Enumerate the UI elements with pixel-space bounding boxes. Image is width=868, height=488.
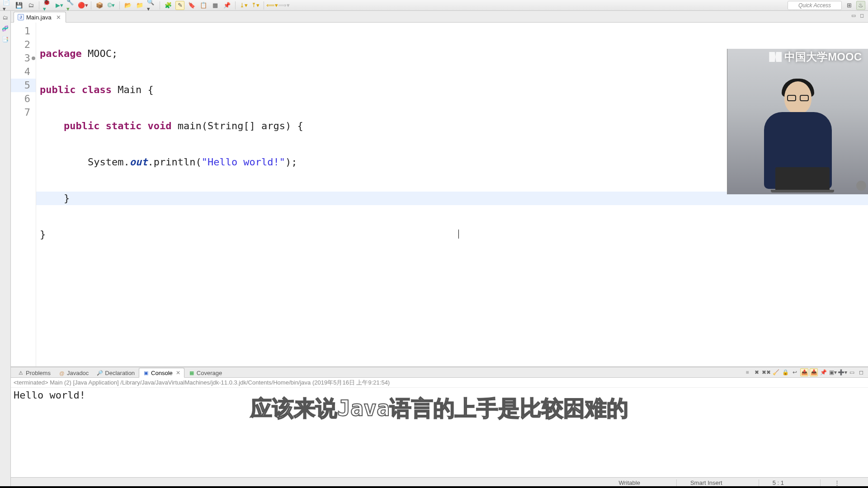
- prev-annotation-icon[interactable]: ⤒▾: [251, 1, 260, 10]
- status-cursor-pos: 5 : 1: [759, 479, 797, 486]
- declaration-icon: 🔎: [97, 370, 103, 376]
- code-line: }: [36, 228, 868, 241]
- line-number: 5: [11, 79, 36, 92]
- tab-label: Main.java: [26, 14, 52, 21]
- workspace: 🗂 🧬 📑 J Main.java ✕ ▭ ◻ 1 2 3 4 5: [0, 11, 868, 488]
- bottom-black-strip: [0, 486, 868, 488]
- editor-body[interactable]: 1 2 3 4 5 6 7 package MOOC; public class…: [11, 23, 868, 367]
- console-output[interactable]: Hello world! 应该来说Java语言的上手是比较困难的: [11, 388, 868, 477]
- toggle-breadcrumb-icon[interactable]: 🔖: [187, 1, 196, 10]
- maximize-view-icon[interactable]: ◻: [858, 12, 865, 19]
- line-number: 4: [11, 65, 36, 79]
- java-perspective-icon[interactable]: ♨: [856, 1, 865, 10]
- text-caret: [458, 230, 459, 239]
- minimize-view-icon[interactable]: ▭: [850, 12, 857, 19]
- run-alt-icon[interactable]: 🔧▾: [66, 1, 75, 10]
- java-file-icon: J: [18, 14, 24, 20]
- code-line: [36, 264, 868, 277]
- open-console-icon[interactable]: ➕▾: [838, 368, 846, 376]
- editor-tabbar: J Main.java ✕ ▭ ◻: [11, 11, 868, 23]
- console-toolbar: ■ ✖ ✖✖ 🧹 🔒 ↩ 📤 📥 📌 ▣▾ ➕▾ ▭ ◻: [743, 368, 865, 376]
- open-type-icon[interactable]: 📂: [123, 1, 132, 10]
- tab-controls: ▭ ◻: [850, 12, 865, 19]
- method-marker-icon: [32, 56, 35, 60]
- javadoc-icon: @: [59, 370, 65, 376]
- next-annotation-icon[interactable]: ⤓▾: [239, 1, 248, 10]
- outline-icon[interactable]: 📑: [2, 36, 9, 43]
- line-number: 1: [11, 24, 36, 38]
- console-icon: ▣: [143, 370, 149, 376]
- package-explorer-icon[interactable]: 🗂: [2, 14, 9, 22]
- clear-console-icon[interactable]: 🧹: [772, 368, 780, 376]
- video-subtitle: 应该来说Java语言的上手是比较困难的: [250, 394, 628, 423]
- open-perspective-icon[interactable]: ⊞: [844, 1, 854, 10]
- tab-coverage[interactable]: ▦ Coverage: [184, 368, 226, 378]
- back-icon[interactable]: ⟸▾: [268, 1, 277, 10]
- new-class-icon[interactable]: ©▾: [107, 1, 116, 10]
- lecture-video-overlay: [727, 49, 868, 194]
- console-output-text: Hello world!: [14, 389, 85, 401]
- status-writable: Writable: [605, 479, 653, 486]
- mic-stand-icon: [856, 181, 866, 191]
- toggle-mark-icon[interactable]: 📋: [199, 1, 208, 10]
- tab-javadoc[interactable]: @ Javadoc: [55, 368, 93, 378]
- remove-all-launches-icon[interactable]: ✖✖: [762, 368, 770, 376]
- forward-icon[interactable]: ⟹▾: [279, 1, 288, 10]
- type-hierarchy-icon[interactable]: 🧬: [2, 25, 9, 33]
- scroll-lock-icon[interactable]: 🔒: [781, 368, 789, 376]
- maximize-panel-icon[interactable]: ◻: [857, 368, 865, 376]
- show-on-stderr-icon[interactable]: 📥: [810, 368, 818, 376]
- debug-icon[interactable]: 🐞▾: [43, 1, 52, 10]
- terminate-disabled-icon: ■: [743, 368, 751, 376]
- quick-access-input[interactable]: Quick Access: [788, 1, 842, 10]
- left-rail: 🗂 🧬 📑: [0, 11, 11, 488]
- line-number: 7: [11, 106, 36, 119]
- pin-console-icon[interactable]: 📌: [819, 368, 827, 376]
- pin-icon[interactable]: 📌: [222, 1, 231, 10]
- line-number: 2: [11, 38, 36, 52]
- open-resource-icon[interactable]: 📁: [135, 1, 144, 10]
- line-number-gutter: 1 2 3 4 5 6 7: [11, 23, 36, 366]
- coverage-icon: ▦: [189, 370, 195, 376]
- display-selected-console-icon[interactable]: ▣▾: [829, 368, 837, 376]
- problems-icon: ⚠: [18, 370, 24, 376]
- save-icon[interactable]: 💾: [14, 1, 24, 10]
- line-number: 3: [11, 52, 36, 65]
- word-wrap-icon[interactable]: ↩: [791, 368, 799, 376]
- bottom-tabbar: ⚠ Problems @ Javadoc 🔎 Declaration ▣ Con…: [11, 367, 868, 378]
- tab-problems[interactable]: ⚠ Problems: [14, 368, 55, 378]
- status-insert-mode: Smart Insert: [676, 479, 736, 486]
- tab-console[interactable]: ▣ Console ✕: [139, 368, 184, 378]
- presenter-figure: [762, 77, 834, 194]
- main-toolbar: 📄▾ 💾 🗂 🐞▾ ▶▾ 🔧▾ 🔴▾ 📦 ©▾ 📂 📁 🔍▾ 🧩 ✎ 🔖 📋 ▦…: [0, 0, 868, 11]
- center-column: J Main.java ✕ ▭ ◻ 1 2 3 4 5 6 7 package …: [11, 11, 868, 488]
- task-icon[interactable]: 🧩: [164, 1, 173, 10]
- save-all-icon[interactable]: 🗂: [26, 1, 35, 10]
- coverage-icon[interactable]: 🔴▾: [78, 1, 87, 10]
- close-console-icon[interactable]: ✕: [176, 370, 180, 376]
- remove-launch-icon[interactable]: ✖: [753, 368, 761, 376]
- status-menu-icon[interactable]: ⋮: [820, 479, 854, 486]
- tab-declaration[interactable]: 🔎 Declaration: [93, 368, 139, 378]
- minimize-panel-icon[interactable]: ▭: [848, 368, 856, 376]
- search-icon[interactable]: 🔍▾: [147, 1, 156, 10]
- show-on-stdout-icon[interactable]: 📤: [800, 368, 808, 376]
- close-tab-icon[interactable]: ✕: [56, 14, 62, 20]
- tab-main-java[interactable]: J Main.java ✕: [14, 12, 66, 23]
- bottom-panel: ⚠ Problems @ Javadoc 🔎 Declaration ▣ Con…: [11, 367, 868, 488]
- run-icon[interactable]: ▶▾: [55, 1, 64, 10]
- console-launch-info: <terminated> Main (2) [Java Application]…: [11, 378, 868, 388]
- new-icon[interactable]: 📄▾: [3, 1, 12, 10]
- new-package-icon[interactable]: 📦: [95, 1, 104, 10]
- highlight-icon[interactable]: ✎: [175, 1, 184, 10]
- show-whitespace-icon[interactable]: ▦: [211, 1, 220, 10]
- line-number: 6: [11, 92, 36, 106]
